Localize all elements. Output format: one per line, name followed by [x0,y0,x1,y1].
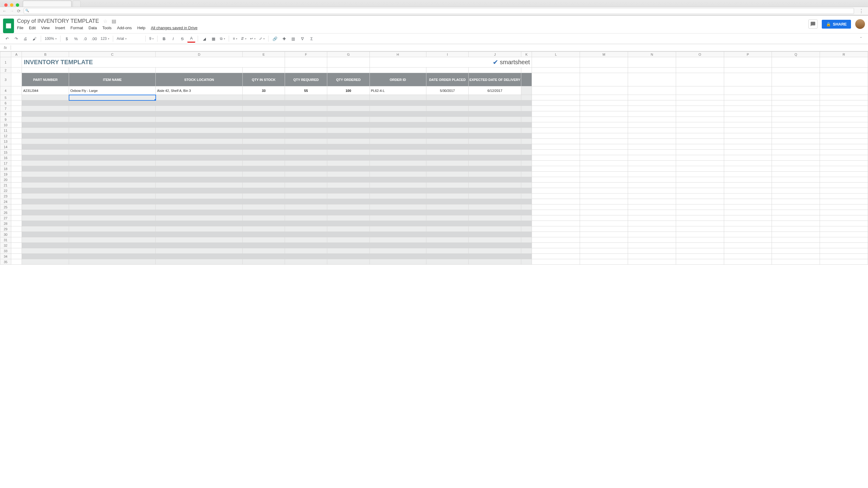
cell-L33[interactable] [532,248,580,254]
cell-C32[interactable] [69,243,156,248]
cell-E28[interactable] [242,221,285,226]
cell-N2[interactable] [628,67,676,73]
cell-N20[interactable] [628,177,676,183]
cell-N9[interactable] [628,117,676,122]
cell-P2[interactable] [724,67,772,73]
cell-A21[interactable] [11,183,22,188]
new-tab-button[interactable] [73,1,81,7]
cell-N28[interactable] [628,221,676,226]
cell-O8[interactable] [676,111,724,117]
cell-N24[interactable] [628,199,676,205]
cell-K14[interactable] [521,144,532,150]
cell-G18[interactable] [327,166,370,172]
cell-N33[interactable] [628,248,676,254]
cell-N6[interactable] [628,100,676,106]
cell-B23[interactable] [22,193,69,199]
cell-G2[interactable] [327,67,370,73]
cell-K20[interactable] [521,177,532,183]
cell-J10[interactable] [469,122,521,128]
bold-button[interactable]: B [160,35,168,42]
cell-M29[interactable] [580,226,628,232]
cell-J16[interactable] [469,155,521,161]
cell-P28[interactable] [724,221,772,226]
move-folder-icon[interactable]: ▤ [112,18,116,24]
cell-H8[interactable] [370,111,426,117]
cell-R27[interactable] [820,215,868,221]
cell-E9[interactable] [242,117,285,122]
cell-E14[interactable] [242,144,285,150]
increase-decimal-button[interactable]: .00 [90,35,98,42]
cell-H1[interactable]: ✔smartsheet [370,57,532,67]
cell-M28[interactable] [580,221,628,226]
insert-comment-button[interactable]: ✚ [280,35,288,42]
cell-B2[interactable] [22,67,69,73]
cell-R32[interactable] [820,243,868,248]
cell-I35[interactable] [426,259,469,265]
cell-P30[interactable] [724,232,772,237]
cell-C20[interactable] [69,177,156,183]
row-header-35[interactable]: 35 [0,259,11,265]
cell-G1[interactable] [327,57,370,67]
cell-E21[interactable] [242,183,285,188]
cell-L24[interactable] [532,199,580,205]
cell-N17[interactable] [628,161,676,166]
cell-L16[interactable] [532,155,580,161]
cell-F19[interactable] [285,172,327,177]
cell-R1[interactable] [820,57,868,67]
cell-J17[interactable] [469,161,521,166]
cell-F24[interactable] [285,199,327,205]
cell-E33[interactable] [242,248,285,254]
cell-L17[interactable] [532,161,580,166]
cell-D15[interactable] [156,150,243,155]
cell-Q19[interactable] [772,172,820,177]
cell-H20[interactable] [370,177,426,183]
cell-G33[interactable] [327,248,370,254]
cell-O17[interactable] [676,161,724,166]
cell-F23[interactable] [285,193,327,199]
cell-P26[interactable] [724,210,772,215]
col-header-K[interactable]: K [521,52,532,57]
cell-D23[interactable] [156,193,243,199]
cell-K15[interactable] [521,150,532,155]
cell-D33[interactable] [156,248,243,254]
menu-help[interactable]: Help [137,26,145,30]
cell-E22[interactable] [242,188,285,193]
menu-edit[interactable]: Edit [29,26,36,30]
cell-O2[interactable] [676,67,724,73]
cell-C14[interactable] [69,144,156,150]
cell-E24[interactable] [242,199,285,205]
cell-D17[interactable] [156,161,243,166]
col-header-I[interactable]: I [426,52,469,57]
cell-G26[interactable] [327,210,370,215]
cell-N22[interactable] [628,188,676,193]
cell-J31[interactable] [469,237,521,243]
cell-R4[interactable] [820,86,868,95]
cell-Q35[interactable] [772,259,820,265]
cell-M32[interactable] [580,243,628,248]
cell-O1[interactable] [676,57,724,67]
maximize-window-icon[interactable] [16,3,19,7]
cell-L11[interactable] [532,128,580,133]
cell-J22[interactable] [469,188,521,193]
row-header-15[interactable]: 15 [0,150,11,155]
cell-M34[interactable] [580,254,628,259]
browser-menu-icon[interactable]: ⋮ [857,8,866,14]
cell-L3[interactable] [532,73,580,86]
cell-D9[interactable] [156,117,243,122]
cell-K12[interactable] [521,133,532,139]
comments-button[interactable] [808,20,817,29]
cell-A8[interactable] [11,111,22,117]
cell-P17[interactable] [724,161,772,166]
cell-E32[interactable] [242,243,285,248]
cell-R2[interactable] [820,67,868,73]
cell-Q28[interactable] [772,221,820,226]
cell-J8[interactable] [469,111,521,117]
cell-A14[interactable] [11,144,22,150]
cell-Q16[interactable] [772,155,820,161]
cell-H35[interactable] [370,259,426,265]
cell-N32[interactable] [628,243,676,248]
cell-Q1[interactable] [772,57,820,67]
header-date_order_placed[interactable]: DATE ORDER PLACED [426,73,469,86]
cell-K29[interactable] [521,226,532,232]
cell-A24[interactable] [11,199,22,205]
